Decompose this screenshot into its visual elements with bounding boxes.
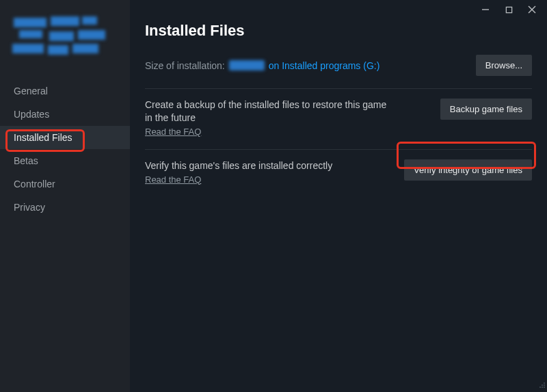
maximize-button[interactable]	[501, 3, 517, 16]
svg-point-4	[544, 387, 545, 388]
minimize-button[interactable]	[477, 3, 494, 16]
sidebar-item-controller[interactable]: Controller	[0, 172, 130, 196]
verify-faq-link[interactable]: Read the FAQ	[145, 174, 201, 186]
backup-description: Create a backup of the installed files t…	[145, 99, 386, 123]
game-header-image	[12, 14, 118, 67]
svg-rect-1	[506, 7, 511, 12]
verify-description: Verify this game's files are installed c…	[145, 160, 332, 171]
sidebar-item-general[interactable]: General	[0, 79, 130, 103]
install-size-value-redacted	[229, 60, 265, 70]
backup-faq-link[interactable]: Read the FAQ	[145, 126, 201, 138]
browse-button[interactable]: Browse...	[476, 55, 532, 76]
svg-point-6	[544, 384, 545, 386]
backup-section: Create a backup of the installed files t…	[145, 88, 532, 149]
main-panel: Installed Files Size of installation: on…	[130, 0, 547, 392]
svg-point-8	[542, 384, 543, 386]
sidebar-item-betas[interactable]: Betas	[0, 149, 130, 172]
install-size-text: Size of installation: on Installed progr…	[145, 60, 379, 71]
resize-grip-icon	[537, 380, 546, 391]
app-window: General Updates Installed Files Betas Co…	[0, 0, 547, 392]
sidebar-item-privacy[interactable]: Privacy	[0, 196, 130, 219]
window-controls	[477, 0, 547, 16]
page-title: Installed Files	[145, 22, 532, 40]
sidebar-nav: General Updates Installed Files Betas Co…	[0, 79, 130, 219]
svg-point-5	[542, 387, 543, 388]
verify-text: Verify this game's files are installed c…	[145, 159, 332, 186]
install-location-link[interactable]: on Installed programs (G:)	[269, 60, 380, 71]
svg-point-7	[539, 387, 541, 388]
sidebar-item-installed-files[interactable]: Installed Files	[0, 126, 130, 149]
backup-game-files-button[interactable]: Backup game files	[440, 99, 532, 120]
install-size-label: Size of installation:	[145, 60, 225, 71]
close-button[interactable]	[524, 3, 540, 16]
verify-section: Verify this game's files are installed c…	[145, 149, 532, 197]
verify-integrity-button[interactable]: Verify integrity of game files	[404, 159, 532, 181]
install-size-row: Size of installation: on Installed progr…	[145, 55, 532, 76]
sidebar-item-updates[interactable]: Updates	[0, 103, 130, 126]
sidebar: General Updates Installed Files Betas Co…	[0, 0, 130, 392]
svg-point-9	[544, 382, 545, 384]
backup-text: Create a backup of the installed files t…	[145, 99, 391, 138]
